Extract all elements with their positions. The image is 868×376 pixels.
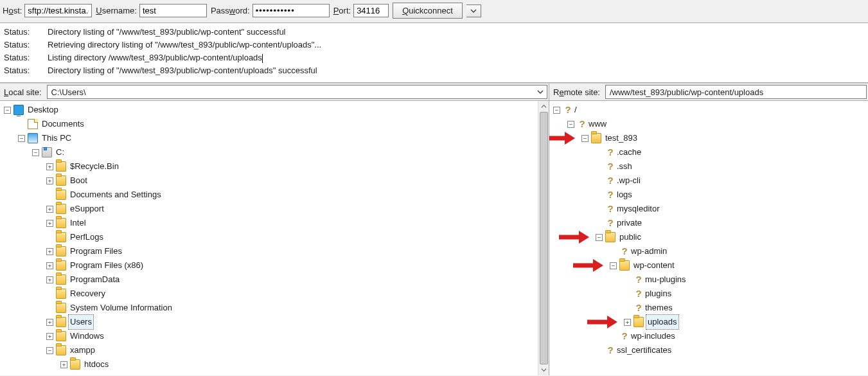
port-input[interactable] [353,4,389,17]
tree-item[interactable]: −xampp [4,343,547,357]
folder-icon [56,303,66,313]
expand-icon[interactable]: + [46,177,53,184]
tree-item[interactable]: System Volume Information [4,301,547,315]
question-icon [605,218,616,228]
collapse-icon[interactable]: − [567,121,574,128]
expand-icon[interactable]: + [46,163,53,170]
remote-site-label: Remote site: [549,85,604,99]
question-icon [633,274,644,285]
expand-icon[interactable]: + [46,319,53,326]
collapse-icon[interactable]: − [581,135,589,142]
collapse-icon[interactable]: − [553,107,560,114]
quickconnect-button[interactable]: Quickconnect [393,3,463,19]
log-tag: Status: [4,64,35,77]
tree-item[interactable]: wp-includes [553,329,867,343]
expand-icon[interactable]: + [46,220,53,227]
expand-icon[interactable]: + [46,276,53,283]
tree-item[interactable]: +Users [4,315,547,329]
scroll-up-icon[interactable] [540,102,548,111]
tree-item[interactable]: logs [553,188,867,202]
tree-item[interactable]: +$Recycle.Bin [4,159,547,174]
tree-item-label: Users [69,315,93,329]
question-icon [605,190,616,200]
tree-item[interactable]: +Boot [4,174,547,188]
folder-icon [56,204,66,214]
scroll-down-icon[interactable] [540,366,548,374]
tree-item[interactable]: −wp-content [553,258,867,273]
username-input[interactable] [139,4,207,17]
tree-item[interactable]: mu-plugins [553,273,867,287]
expand-placeholder [46,291,53,298]
tree-item[interactable]: −Desktop [4,103,547,117]
folder-icon [56,161,66,172]
tree-item[interactable]: .cache [553,145,867,159]
annotation-arrow-icon [557,229,589,245]
local-site-label: Local site: [0,85,46,99]
collapse-icon[interactable]: − [4,107,11,114]
local-site-dropdown-button[interactable] [534,89,547,95]
tree-item[interactable]: +Intel [4,216,547,230]
tree-item[interactable]: +Program Files [4,244,547,258]
tree-item[interactable]: +uploads [553,315,867,329]
local-scrollbar[interactable] [538,101,549,375]
tree-item[interactable]: themes [553,301,867,315]
expand-icon[interactable]: + [46,206,53,213]
desktop-icon [13,105,24,115]
tree-item-label: PerfLogs [69,230,105,244]
tree-item[interactable]: −This PC [4,131,547,145]
password-input[interactable] [252,4,330,17]
annotation-arrow-icon [571,258,603,273]
tree-item[interactable]: plugins [553,287,867,301]
tree-item[interactable]: Documents and Settings [4,188,547,202]
tree-item[interactable]: +Windows [4,329,547,343]
tree-item[interactable]: ssl_certificates [553,343,867,357]
tree-item[interactable]: +Program Files (x86) [4,258,547,273]
remote-tree-wrap: −/−www−test_893.cache.ssh.wp-clilogsmysq… [549,101,868,375]
tree-item-label: xampp [69,343,96,357]
tree-item[interactable]: .ssh [553,159,867,174]
expand-icon[interactable]: + [46,262,53,269]
tree-item[interactable]: wp-admin [553,244,867,258]
quickconnect-menu-button[interactable] [466,4,481,17]
tree-item[interactable]: Recovery [4,287,547,301]
tree-item[interactable]: −C: [4,145,547,159]
tree-item[interactable]: .wp-cli [553,174,867,188]
expand-icon[interactable]: + [60,361,67,368]
expand-icon[interactable]: + [46,248,53,255]
collapse-icon[interactable]: − [610,262,617,269]
tree-item[interactable]: Documents [4,117,547,131]
tree-item[interactable]: PerfLogs [4,230,547,244]
local-tree[interactable]: −DesktopDocuments−This PC−C:+$Recycle.Bi… [0,101,549,373]
collapse-icon[interactable]: − [596,234,603,241]
log-tag: Status: [4,39,35,51]
tree-item-label: logs [616,188,633,202]
tree-item[interactable]: −/ [553,103,867,117]
tree-item[interactable]: private [553,216,867,230]
log-tag: Status: [4,26,35,39]
remote-site-combo[interactable]: /www/test_893/public/wp-content/uploads [605,85,867,99]
tree-item[interactable]: +ProgramData [4,273,547,287]
expand-placeholder [46,234,53,241]
local-site-combo[interactable]: C:\Users\ [47,85,547,99]
tree-item[interactable]: +htdocs [4,357,547,372]
scroll-thumb[interactable] [540,112,548,364]
tree-item[interactable]: mysqleditor [553,202,867,216]
port-label: Port: [333,6,351,15]
status-log: Status:Directory listing of "/www/test_8… [0,23,868,83]
expand-icon[interactable]: + [624,319,631,326]
tree-item-label: .cache [616,145,642,159]
collapse-icon[interactable]: − [18,135,25,142]
tree-item-label: This PC [40,131,73,145]
tree-item-label: private [616,216,643,230]
tree-item[interactable]: +eSupport [4,202,547,216]
tree-item[interactable]: −www [553,117,867,131]
expand-icon[interactable]: + [46,333,53,340]
collapse-icon[interactable]: − [46,347,53,354]
tree-item-label: / [573,103,578,117]
collapse-icon[interactable]: − [32,149,39,156]
folder-icon [619,260,630,271]
host-input[interactable] [24,4,92,17]
tree-item[interactable]: −test_893 [553,131,867,145]
tree-item[interactable]: −public [553,230,867,244]
remote-tree[interactable]: −/−www−test_893.cache.ssh.wp-clilogsmysq… [549,101,868,359]
